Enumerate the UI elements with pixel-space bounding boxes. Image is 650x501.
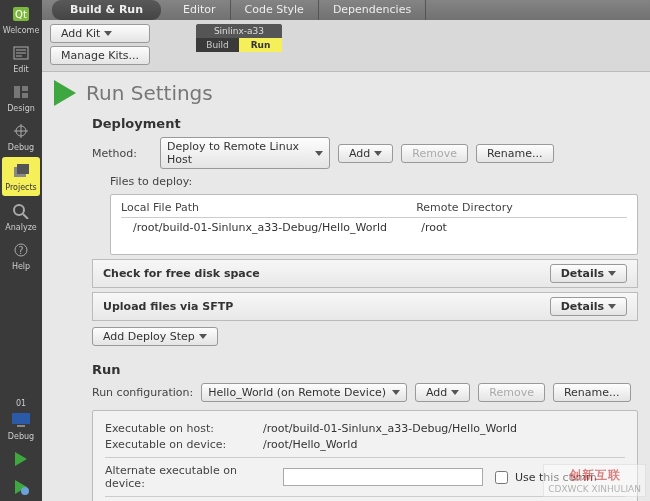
sidebar-label: Debug	[8, 432, 34, 441]
svg-point-14	[14, 205, 24, 215]
svg-rect-7	[22, 86, 28, 91]
svg-rect-8	[22, 93, 28, 98]
play-bug-icon	[10, 477, 32, 497]
projects-tabbar: Build & Run Editor Code Style Dependenci…	[42, 0, 650, 20]
sidebar-item-edit[interactable]: Edit	[0, 39, 42, 78]
tab-dependencies[interactable]: Dependencies	[319, 0, 426, 20]
files-to-deploy-label: Files to deploy:	[110, 175, 638, 188]
qt-logo-icon: Qt	[10, 4, 32, 24]
kit-run-tab[interactable]: Run	[239, 38, 282, 52]
watermark-brand: 创新互联	[569, 468, 621, 482]
kit-tab: Sinlinx-a33 Build Run	[196, 24, 282, 52]
exec-device-label: Executable on device:	[105, 438, 255, 451]
watermark: 创新互联 CDXWCK XINHULIAN	[543, 464, 646, 497]
run-remove-button[interactable]: Remove	[478, 383, 545, 402]
chevron-down-icon	[608, 304, 616, 309]
chevron-down-icon	[608, 271, 616, 276]
svg-rect-18	[12, 413, 30, 424]
step-label: Check for free disk space	[103, 267, 260, 280]
combo-value: Deploy to Remote Linux Host	[167, 140, 309, 166]
help-icon: ?	[10, 240, 32, 260]
btn-label: Add	[349, 147, 370, 160]
watermark-sub: CDXWCK XINHULIAN	[548, 484, 641, 494]
alt-exec-label: Alternate executable on device:	[105, 464, 275, 490]
sidebar-item-help[interactable]: ? Help	[0, 236, 42, 275]
svg-point-22	[21, 487, 29, 495]
sidebar-item-analyze[interactable]: Analyze	[0, 197, 42, 236]
kit-name[interactable]: Sinlinx-a33	[196, 24, 282, 38]
alt-exec-input[interactable]	[283, 468, 483, 486]
svg-rect-6	[14, 86, 20, 98]
sidebar-run-button[interactable]	[0, 445, 42, 473]
files-table: Local File Path Remote Directory /root/b…	[110, 194, 638, 255]
kit-row: Add Kit Manage Kits... Sinlinx-a33 Build…	[42, 20, 650, 72]
main-area: Build & Run Editor Code Style Dependenci…	[42, 0, 650, 501]
svg-rect-19	[17, 425, 25, 427]
run-title: Run	[92, 362, 638, 377]
run-rename-button[interactable]: Rename...	[553, 383, 631, 402]
monitor-icon	[10, 410, 32, 430]
chevron-down-icon	[104, 31, 112, 36]
sidebar-label: Design	[7, 104, 35, 113]
left-sidebar: Qt Welcome Edit Design Debug Projects An…	[0, 0, 42, 501]
deployment-title: Deployment	[92, 116, 638, 131]
btn-label: Details	[561, 300, 604, 313]
method-combo[interactable]: Deploy to Remote Linux Host	[160, 137, 330, 169]
design-icon	[10, 82, 32, 102]
details-button[interactable]: Details	[550, 297, 627, 316]
svg-line-15	[23, 214, 28, 219]
sidebar-label: 01	[16, 399, 26, 408]
run-config-label: Run configuration:	[92, 386, 193, 399]
run-icon	[54, 80, 76, 106]
sidebar-target[interactable]: 01 Debug	[0, 395, 42, 445]
btn-label: Add Deploy Step	[103, 330, 195, 343]
deploy-step-diskspace[interactable]: Check for free disk space Details	[92, 259, 638, 288]
method-label: Method:	[92, 147, 152, 160]
svg-text:?: ?	[18, 245, 23, 256]
step-label: Upload files via SFTP	[103, 300, 233, 313]
cell-local: /root/build-01-Sinlunx_a33-Debug/Hello_W…	[133, 221, 421, 234]
chevron-down-icon	[315, 151, 323, 156]
chevron-down-icon	[451, 390, 459, 395]
tab-build-run[interactable]: Build & Run	[52, 0, 161, 20]
projects-icon	[10, 161, 32, 181]
checkbox[interactable]	[495, 471, 508, 484]
chevron-down-icon	[392, 390, 400, 395]
sidebar-item-welcome[interactable]: Qt Welcome	[0, 0, 42, 39]
col-remote-dir: Remote Directory	[416, 201, 627, 214]
analyze-icon	[10, 201, 32, 221]
sidebar-item-design[interactable]: Design	[0, 78, 42, 117]
btn-label: Add	[426, 386, 447, 399]
sidebar-item-debug[interactable]: Debug	[0, 117, 42, 156]
chevron-down-icon	[199, 334, 207, 339]
combo-value: Hello_World (on Remote Device)	[208, 386, 386, 399]
kit-build-tab[interactable]: Build	[196, 38, 239, 52]
deploy-rename-button[interactable]: Rename...	[476, 144, 554, 163]
add-kit-button[interactable]: Add Kit	[50, 24, 150, 43]
sidebar-label: Debug	[8, 143, 34, 152]
sidebar-debug-run-button[interactable]	[0, 473, 42, 501]
exec-host-label: Executable on host:	[105, 422, 255, 435]
content-scroll[interactable]: Run Settings Deployment Method: Deploy t…	[42, 72, 650, 501]
add-deploy-step-button[interactable]: Add Deploy Step	[92, 327, 218, 346]
tab-code-style[interactable]: Code Style	[231, 0, 319, 20]
manage-kits-button[interactable]: Manage Kits...	[50, 46, 150, 65]
run-config-combo[interactable]: Hello_World (on Remote Device)	[201, 383, 407, 402]
deploy-step-sftp[interactable]: Upload files via SFTP Details	[92, 292, 638, 321]
svg-rect-13	[17, 164, 29, 174]
svg-text:Qt: Qt	[15, 9, 27, 20]
sidebar-label: Analyze	[5, 223, 37, 232]
table-row[interactable]: /root/build-01-Sinlunx_a33-Debug/Hello_W…	[121, 218, 627, 234]
deploy-add-button[interactable]: Add	[338, 144, 393, 163]
col-local-path: Local File Path	[121, 201, 416, 214]
sidebar-label: Welcome	[3, 26, 40, 35]
tab-editor[interactable]: Editor	[169, 0, 231, 20]
run-add-button[interactable]: Add	[415, 383, 470, 402]
deploy-remove-button[interactable]: Remove	[401, 144, 468, 163]
sidebar-label: Edit	[13, 65, 29, 74]
details-button[interactable]: Details	[550, 264, 627, 283]
sidebar-item-projects[interactable]: Projects	[2, 157, 40, 196]
edit-icon	[10, 43, 32, 63]
sidebar-label: Projects	[5, 183, 37, 192]
debug-icon	[10, 121, 32, 141]
